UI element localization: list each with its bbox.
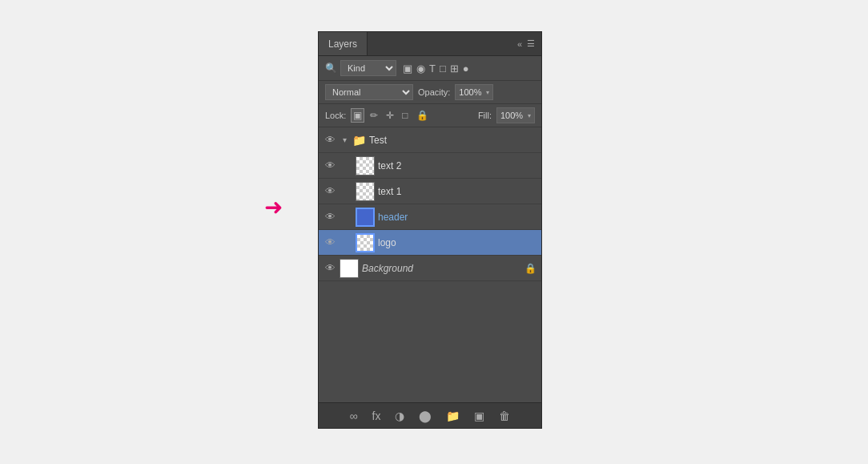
bottom-toolbar: ∞ fx ◑ ⬤ 📁 ▣ 🗑	[319, 402, 541, 428]
layer-row-test-group[interactable]: 👁 ▾ 📁 Test	[319, 127, 541, 153]
lock-pixels-btn[interactable]: ▣	[351, 108, 364, 123]
thumb-header	[356, 208, 375, 227]
filter-row: 🔍 Kind ▣ ◉ T □ ⊞ ●	[319, 56, 541, 81]
filter-dot-btn[interactable]: ●	[463, 63, 469, 75]
lock-label: Lock:	[325, 111, 346, 120]
delete-layer-btn[interactable]: 🗑	[496, 408, 513, 424]
filter-icons: ▣ ◉ T □ ⊞ ●	[403, 63, 469, 75]
layers-panel: Layers « ☰ 🔍 Kind ▣ ◉ T □ ⊞ ●	[318, 31, 542, 429]
folder-icon-test: 📁	[352, 134, 366, 147]
layer-name-text2: text 2	[378, 160, 536, 171]
new-layer-btn[interactable]: ▣	[471, 408, 488, 424]
lock-icons: ▣ ✏ ✛ □ 🔒	[351, 108, 430, 123]
collapse-icon[interactable]: «	[517, 39, 522, 49]
panel-tab-actions: « ☰	[511, 32, 541, 55]
blend-mode-select[interactable]: Normal	[325, 84, 413, 100]
thumb-text2	[356, 156, 375, 176]
eye-icon-text2[interactable]: 👁	[323, 159, 336, 171]
eye-icon-background[interactable]: 👁	[323, 262, 336, 274]
thumb-text1	[356, 182, 375, 201]
eye-icon-test[interactable]: 👁	[323, 134, 336, 146]
lock-icon-background: 🔒	[524, 263, 536, 274]
thumb-background	[340, 259, 359, 278]
layer-name-text1: text 1	[378, 186, 536, 197]
lock-all-btn[interactable]: 🔒	[414, 108, 431, 123]
filter-type-btn[interactable]: T	[429, 63, 436, 75]
blend-row: Normal Opacity: 100% ▾	[319, 81, 541, 104]
panel-menu-icon[interactable]: ☰	[527, 38, 535, 49]
layer-name-background: Background	[362, 263, 521, 274]
fill-label: Fill:	[478, 111, 492, 120]
eye-icon-header[interactable]: 👁	[323, 211, 336, 223]
lock-row: Lock: ▣ ✏ ✛ □ 🔒 Fill: 100% ▾	[319, 104, 541, 127]
link-layers-btn[interactable]: ∞	[347, 408, 361, 424]
layers-tab[interactable]: Layers	[319, 32, 368, 55]
layer-row-text2[interactable]: 👁 text 2	[319, 153, 541, 179]
eye-icon-logo[interactable]: 👁	[323, 236, 336, 248]
filter-smart-btn[interactable]: ⊞	[450, 63, 459, 75]
kind-select[interactable]: Kind	[340, 60, 396, 76]
opacity-input[interactable]: 100% ▾	[455, 84, 493, 100]
layers-list: 👁 ▾ 📁 Test 👁 text 2 👁 text 1 �	[319, 127, 541, 402]
layer-name-test: Test	[369, 135, 536, 146]
filter-shape-btn[interactable]: □	[440, 63, 446, 75]
lock-draw-btn[interactable]: ✏	[368, 108, 380, 123]
folder-btn[interactable]: 📁	[443, 408, 463, 424]
layer-row-header[interactable]: 👁 header	[319, 204, 541, 230]
filter-pixel-btn[interactable]: ▣	[403, 63, 412, 75]
opacity-label: Opacity:	[418, 87, 450, 97]
panel-tab-bar: Layers « ☰	[319, 32, 541, 56]
adjustment-btn[interactable]: ◑	[392, 408, 408, 424]
fill-chevron: ▾	[528, 112, 531, 119]
lock-artboard-btn[interactable]: □	[400, 108, 410, 123]
layer-row-logo[interactable]: 👁 logo	[319, 230, 541, 256]
layer-name-header: header	[378, 212, 536, 223]
layer-name-logo: logo	[378, 237, 536, 248]
expand-icon-test[interactable]: ▾	[340, 135, 349, 144]
layer-row-background[interactable]: 👁 Background 🔒	[319, 256, 541, 281]
fill-input[interactable]: 100% ▾	[496, 107, 535, 123]
filter-adjust-btn[interactable]: ◉	[416, 63, 425, 75]
mask-btn[interactable]: ⬤	[416, 408, 435, 424]
layer-row-text1[interactable]: 👁 text 1	[319, 179, 541, 204]
layers-tab-label: Layers	[328, 38, 357, 50]
arrow-indicator: ➜	[264, 194, 283, 220]
thumb-logo	[356, 233, 375, 252]
fx-btn[interactable]: fx	[369, 408, 384, 424]
opacity-chevron: ▾	[486, 89, 489, 96]
search-icon: 🔍	[325, 63, 337, 74]
lock-move-btn[interactable]: ✛	[384, 108, 396, 123]
eye-icon-text1[interactable]: 👁	[323, 185, 336, 197]
